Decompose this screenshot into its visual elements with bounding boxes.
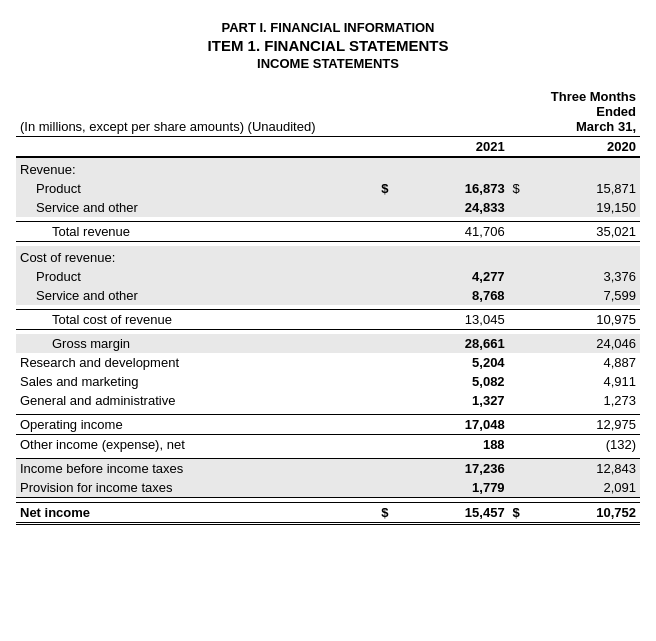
part-title: PART I. FINANCIAL INFORMATION — [16, 20, 640, 35]
net-income-2020: 10,752 — [535, 503, 640, 524]
other-label: Other income (expense), net — [16, 435, 377, 455]
other-income-row: Other income (expense), net 188 (132) — [16, 435, 640, 455]
net-income-2021: 15,457 — [404, 503, 509, 524]
cost-product-2020: 3,376 — [535, 267, 640, 286]
total-cost-row: Total cost of revenue 13,045 10,975 — [16, 310, 640, 330]
rd-row: Research and development 5,204 4,887 — [16, 353, 640, 372]
total-revenue-label: Total revenue — [16, 222, 377, 242]
cost-service-row: Service and other 8,768 7,599 — [16, 286, 640, 305]
sm-2020: 4,911 — [535, 372, 640, 391]
ibt-label: Income before income taxes — [16, 459, 377, 479]
revenue-product-label: Product — [16, 179, 377, 198]
net-income-sym: $ — [377, 503, 403, 524]
total-cost-2021: 13,045 — [404, 310, 509, 330]
item-title: ITEM 1. FINANCIAL STATEMENTS — [16, 37, 640, 54]
sm-row: Sales and marketing 5,082 4,911 — [16, 372, 640, 391]
cost-service-2020: 7,599 — [535, 286, 640, 305]
oi-label: Operating income — [16, 415, 377, 435]
revenue-label: Revenue: — [16, 157, 404, 179]
ibt-2021: 17,236 — [404, 459, 509, 479]
ga-2020: 1,273 — [535, 391, 640, 410]
pit-label: Provision for income taxes — [16, 478, 377, 498]
column-header-row: (In millions, except per share amounts) … — [16, 87, 640, 137]
sm-2021: 5,082 — [404, 372, 509, 391]
other-2020: (132) — [535, 435, 640, 455]
revenue-product-row: Product $ 16,873 $ 15,871 — [16, 179, 640, 198]
gross-margin-2020: 24,046 — [535, 334, 640, 353]
units-note: (In millions, except per share amounts) … — [16, 87, 404, 137]
sm-label: Sales and marketing — [16, 372, 377, 391]
total-revenue-2021: 41,706 — [404, 222, 509, 242]
revenue-product-sym2: $ — [509, 179, 535, 198]
total-cost-2020: 10,975 — [535, 310, 640, 330]
cost-section-header: Cost of revenue: — [16, 246, 640, 267]
oi-2020: 12,975 — [535, 415, 640, 435]
gross-margin-2021: 28,661 — [404, 334, 509, 353]
rd-2021: 5,204 — [404, 353, 509, 372]
cost-service-2021: 8,768 — [404, 286, 509, 305]
gross-margin-row: Gross margin 28,661 24,046 — [16, 334, 640, 353]
ibt-row: Income before income taxes 17,236 12,843 — [16, 459, 640, 479]
ga-row: General and administrative 1,327 1,273 — [16, 391, 640, 410]
net-income-sym2: $ — [509, 503, 535, 524]
ibt-2020: 12,843 — [535, 459, 640, 479]
rd-label: Research and development — [16, 353, 377, 372]
revenue-service-2021: 24,833 — [404, 198, 509, 217]
revenue-section-header: Revenue: — [16, 157, 640, 179]
statement-title: INCOME STATEMENTS — [16, 56, 640, 71]
revenue-product-2021: 16,873 — [404, 179, 509, 198]
ga-label: General and administrative — [16, 391, 377, 410]
cost-product-row: Product 4,277 3,376 — [16, 267, 640, 286]
year-2020-header: 2020 — [535, 137, 640, 158]
rd-2020: 4,887 — [535, 353, 640, 372]
ga-2021: 1,327 — [404, 391, 509, 410]
other-2021: 188 — [404, 435, 509, 455]
revenue-service-2020: 19,150 — [535, 198, 640, 217]
revenue-product-sym: $ — [377, 179, 403, 198]
total-revenue-row: Total revenue 41,706 35,021 — [16, 222, 640, 242]
net-income-label: Net income — [16, 503, 377, 524]
revenue-product-2020: 15,871 — [535, 179, 640, 198]
income-statement-table: (In millions, except per share amounts) … — [16, 87, 640, 525]
total-cost-label: Total cost of revenue — [16, 310, 377, 330]
revenue-service-label: Service and other — [16, 198, 377, 217]
total-revenue-2020: 35,021 — [535, 222, 640, 242]
cost-service-label: Service and other — [16, 286, 377, 305]
revenue-service-row: Service and other 24,833 19,150 — [16, 198, 640, 217]
cost-product-2021: 4,277 — [404, 267, 509, 286]
pit-2021: 1,779 — [404, 478, 509, 498]
cost-product-label: Product — [16, 267, 377, 286]
oi-2021: 17,048 — [404, 415, 509, 435]
operating-income-row: Operating income 17,048 12,975 — [16, 415, 640, 435]
pit-2020: 2,091 — [535, 478, 640, 498]
gross-margin-label: Gross margin — [16, 334, 377, 353]
net-income-row: Net income $ 15,457 $ 10,752 — [16, 503, 640, 524]
period-header: Three Months EndedMarch 31, — [535, 87, 640, 137]
document-header: PART I. FINANCIAL INFORMATION ITEM 1. FI… — [16, 20, 640, 71]
cost-section-label: Cost of revenue: — [16, 246, 404, 267]
pit-row: Provision for income taxes 1,779 2,091 — [16, 478, 640, 498]
year-row: 2021 2020 — [16, 137, 640, 158]
year-2021-header: 2021 — [404, 137, 509, 158]
